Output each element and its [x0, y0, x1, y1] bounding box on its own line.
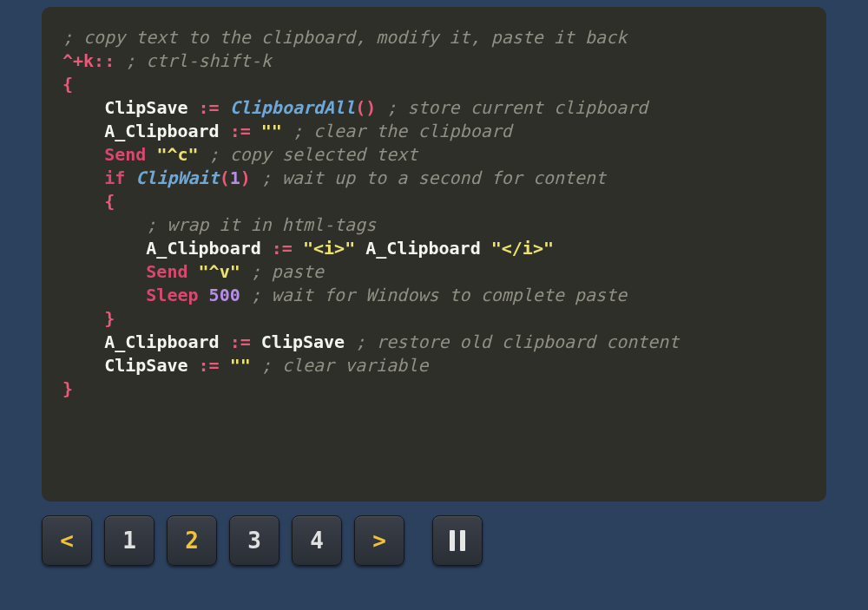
code-identifier: A_Clipboard — [104, 121, 219, 141]
code-identifier: ClipSave — [261, 331, 345, 352]
code-space — [293, 238, 303, 259]
next-button[interactable]: > — [354, 515, 404, 566]
code-identifier: A_Clipboard — [146, 238, 260, 259]
code-indent — [62, 331, 104, 352]
page-1-button[interactable]: 1 — [104, 515, 155, 566]
code-string: "" — [230, 355, 251, 376]
code-space — [251, 121, 261, 141]
code-indent — [62, 261, 146, 282]
code-function: ClipWait — [135, 167, 219, 188]
code-space — [146, 144, 156, 165]
code-string: "^v" — [199, 261, 240, 282]
code-space — [261, 238, 272, 259]
code-indent — [62, 121, 104, 141]
code-indent — [62, 308, 104, 329]
code-paren: ) — [240, 167, 251, 188]
code-indent — [62, 97, 104, 118]
code-brace: } — [62, 378, 73, 399]
code-space — [220, 97, 230, 118]
code-brace: } — [104, 308, 115, 329]
code-number: 1 — [230, 167, 240, 188]
code-command: Send — [146, 261, 187, 282]
chevron-left-icon: < — [60, 528, 74, 554]
page-4-button[interactable]: 4 — [292, 515, 342, 566]
pause-icon — [450, 530, 465, 551]
pause-button[interactable] — [432, 515, 483, 566]
page-number-label: 4 — [310, 528, 324, 554]
code-comment: ; copy text to the clipboard, modify it,… — [62, 27, 627, 48]
code-identifier: ClipSave — [104, 355, 187, 376]
code-string: "" — [261, 121, 282, 141]
code-operator: := — [199, 355, 220, 376]
code-string: "</i>" — [491, 238, 554, 259]
code-paren: () — [355, 97, 376, 118]
code-indent — [62, 238, 146, 259]
code-command: Sleep — [146, 285, 198, 305]
code-comment: ; clear variable — [251, 355, 429, 376]
code-space — [355, 238, 365, 259]
code-comment: ; wait up to a second for content — [251, 167, 606, 188]
code-panel: ; copy text to the clipboard, modify it,… — [42, 7, 826, 502]
code-paren: ( — [220, 167, 230, 188]
code-string: "<i>" — [303, 238, 355, 259]
code-space — [481, 238, 491, 259]
page-number-label: 3 — [247, 528, 261, 554]
code-space — [220, 355, 230, 376]
code-space — [220, 331, 230, 352]
code-hotkey: ^+k:: — [62, 50, 115, 71]
code-space — [188, 97, 199, 118]
code-operator: := — [272, 238, 293, 259]
code-comment: ; wait for Windows to complete paste — [240, 285, 628, 305]
code-space — [251, 331, 261, 352]
code-comment: ; store current clipboard — [376, 97, 648, 118]
code-number: 500 — [209, 285, 240, 305]
code-operator: := — [230, 121, 251, 141]
code-indent — [62, 191, 104, 212]
code-comment: ; clear the clipboard — [282, 121, 512, 141]
page-number-label: 2 — [185, 528, 199, 554]
code-indent — [62, 167, 104, 188]
pagination-toolbar: < 1 2 3 4 > — [42, 515, 483, 566]
code-identifier: A_Clipboard — [104, 331, 219, 352]
code-keyword: if — [104, 167, 125, 188]
code-function: ClipboardAll — [230, 97, 356, 118]
code-comment: ; ctrl-shift-k — [115, 50, 272, 71]
code-comment: ; copy selected text — [199, 144, 418, 165]
code-comment: ; wrap it in html-tags — [146, 214, 376, 235]
code-space — [188, 261, 199, 282]
code-space — [125, 167, 135, 188]
code-indent — [62, 214, 146, 235]
code-block: ; copy text to the clipboard, modify it,… — [62, 26, 806, 401]
code-string: "^c" — [156, 144, 198, 165]
code-space — [199, 285, 209, 305]
page-3-button[interactable]: 3 — [229, 515, 279, 566]
code-indent — [62, 144, 104, 165]
code-indent — [62, 285, 146, 305]
code-brace: { — [62, 74, 73, 95]
code-indent — [62, 355, 104, 376]
prev-button[interactable]: < — [42, 515, 92, 566]
page-number-label: 1 — [122, 528, 136, 554]
code-identifier: ClipSave — [104, 97, 187, 118]
page-2-button[interactable]: 2 — [167, 515, 217, 566]
code-command: Send — [104, 144, 146, 165]
code-comment: ; restore old clipboard content — [345, 331, 679, 352]
code-space — [220, 121, 230, 141]
chevron-right-icon: > — [372, 528, 386, 554]
code-brace: { — [104, 191, 115, 212]
code-comment: ; paste — [240, 261, 324, 282]
code-identifier: A_Clipboard — [365, 238, 480, 259]
code-space — [188, 355, 199, 376]
code-operator: := — [199, 97, 220, 118]
code-operator: := — [230, 331, 251, 352]
